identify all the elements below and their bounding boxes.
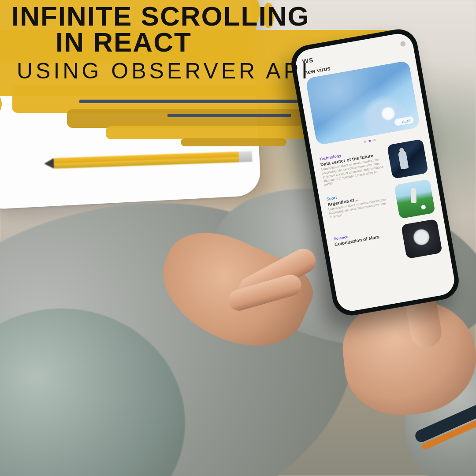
gear-icon[interactable] (400, 41, 406, 47)
read-button[interactable]: Read (402, 119, 410, 124)
app-title: ws (301, 55, 314, 66)
thumbnail-space (401, 219, 443, 259)
hero-card[interactable]: Read (305, 60, 420, 145)
white-tablet-shape (0, 0, 261, 210)
thumbnail-sport (394, 179, 435, 219)
thumbnail-datacenter (387, 139, 428, 179)
